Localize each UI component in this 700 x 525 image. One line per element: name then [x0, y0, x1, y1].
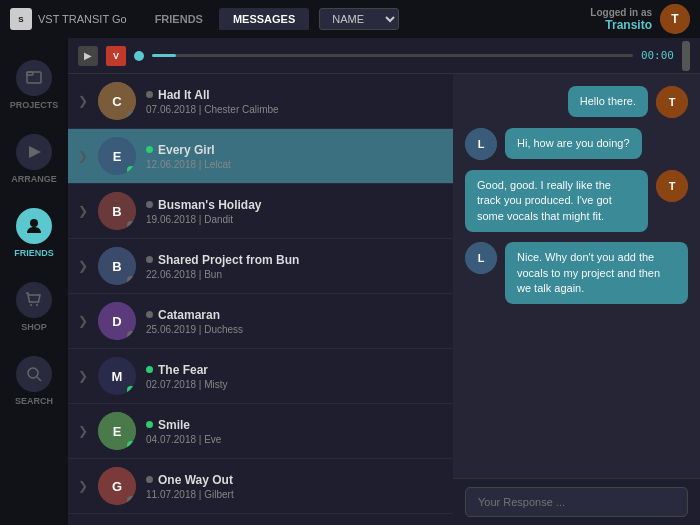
tab-friends[interactable]: FRIENDS	[141, 8, 217, 30]
login-info: Logged in as Transito	[590, 7, 652, 32]
app-name: VST TRANSIT Go	[38, 13, 127, 25]
contact-name-text: Smile	[158, 418, 190, 432]
svg-point-3	[30, 219, 38, 227]
contact-item[interactable]: ❯ E Every Girl 12.06.2018 | Lelcat	[68, 129, 453, 184]
contact-item[interactable]: ❯ G One Way Out 11.07.2018 | Gilbert	[68, 459, 453, 514]
message-avatar: T	[656, 86, 688, 118]
contact-item[interactable]: ❯ M The Fear 02.07.2018 | Misty	[68, 349, 453, 404]
chat-input-area	[453, 478, 700, 525]
projects-label: PROJECTS	[10, 100, 59, 110]
name-dot	[146, 476, 153, 483]
main-layout: PROJECTS ARRANGE FRIENDS	[0, 38, 700, 525]
name-dot	[146, 146, 153, 153]
sidebar-nav: PROJECTS ARRANGE FRIENDS	[0, 38, 68, 525]
search-icon	[16, 356, 52, 392]
name-dot	[146, 256, 153, 263]
contact-name-text: The Fear	[158, 363, 208, 377]
user-avatar-top: T	[660, 4, 690, 34]
contact-info: Catamaran 25.06.2019 | Duchess	[146, 308, 443, 335]
contact-name: The Fear	[146, 363, 443, 377]
contact-item[interactable]: ❯ B Shared Project from Bun 22.06.2018 |…	[68, 239, 453, 294]
time-display: 00:00	[641, 49, 674, 62]
contact-avatar: B	[98, 192, 136, 230]
status-dot	[127, 331, 135, 339]
sort-dropdown[interactable]: NAME DATE STATUS	[319, 8, 399, 30]
contact-date: 25.06.2019 | Duchess	[146, 324, 443, 335]
audio-play-button[interactable]: ▶	[78, 46, 98, 66]
progress-track[interactable]	[152, 54, 633, 57]
contact-date: 22.06.2018 | Bun	[146, 269, 443, 280]
projects-icon	[16, 60, 52, 96]
contact-name: Had It All	[146, 88, 443, 102]
message-avatar: T	[656, 170, 688, 202]
logo-area: S VST TRANSIT Go	[10, 8, 127, 30]
contact-date: 02.07.2018 | Misty	[146, 379, 443, 390]
svg-point-4	[30, 304, 32, 306]
contact-chevron: ❯	[78, 369, 88, 383]
shop-label: SHOP	[21, 322, 47, 332]
message-bubble: Nice. Why don't you add the vocals to my…	[505, 242, 688, 304]
tab-messages[interactable]: MESSAGES	[219, 8, 309, 30]
progress-dot	[134, 51, 144, 61]
shop-icon	[16, 282, 52, 318]
contact-chevron: ❯	[78, 94, 88, 108]
contact-chevron: ❯	[78, 479, 88, 493]
contact-name-text: One Way Out	[158, 473, 233, 487]
contact-name-text: Had It All	[158, 88, 210, 102]
svg-marker-2	[29, 146, 41, 158]
contacts-list: ❯ C Had It All 07.06.2018 | Chester Cali…	[68, 74, 453, 525]
contact-name-text: Catamaran	[158, 308, 220, 322]
contact-avatar: G	[98, 467, 136, 505]
content-area: ▶ V 00:00 ❯ C Had It All 07.06.2018 | Ch…	[68, 38, 700, 525]
status-dot	[127, 276, 135, 284]
arrange-icon	[16, 134, 52, 170]
contact-date: 12.06.2018 | Lelcat	[146, 159, 443, 170]
contact-avatar: C	[98, 82, 136, 120]
contact-avatar: D	[98, 302, 136, 340]
contact-item[interactable]: ❯ D Catamaran 25.06.2019 | Duchess	[68, 294, 453, 349]
sidebar-item-shop[interactable]: SHOP	[0, 270, 68, 344]
contact-chevron: ❯	[78, 424, 88, 438]
contact-item[interactable]: ❯ E Smile 04.07.2018 | Eve	[68, 404, 453, 459]
contact-info: Busman's Holiday 19.06.2018 | Dandit	[146, 198, 443, 225]
contact-info: The Fear 02.07.2018 | Misty	[146, 363, 443, 390]
contact-name: Shared Project from Bun	[146, 253, 443, 267]
contact-chevron: ❯	[78, 149, 88, 163]
contact-date: 04.07.2018 | Eve	[146, 434, 443, 445]
vst-logo: V	[106, 46, 126, 66]
contact-info: Smile 04.07.2018 | Eve	[146, 418, 443, 445]
contact-info: One Way Out 11.07.2018 | Gilbert	[146, 473, 443, 500]
name-dot	[146, 311, 153, 318]
contact-item[interactable]: ❯ C Had It All 07.06.2018 | Chester Cali…	[68, 74, 453, 129]
contact-name: Busman's Holiday	[146, 198, 443, 212]
contact-info: Every Girl 12.06.2018 | Lelcat	[146, 143, 443, 170]
sidebar-item-projects[interactable]: PROJECTS	[0, 48, 68, 122]
contact-avatar: M	[98, 357, 136, 395]
contact-item[interactable]: ❯ B Busman's Holiday 19.06.2018 | Dandit	[68, 184, 453, 239]
status-dot	[127, 166, 135, 174]
message-avatar: L	[465, 242, 497, 274]
contact-name: One Way Out	[146, 473, 443, 487]
contact-name: Every Girl	[146, 143, 443, 157]
search-label: SEARCH	[15, 396, 53, 406]
name-dot	[146, 201, 153, 208]
chat-input[interactable]	[465, 487, 688, 517]
contact-name-text: Busman's Holiday	[158, 198, 262, 212]
message-row: L Hi, how are you doing?	[465, 128, 688, 160]
contact-info: Shared Project from Bun 22.06.2018 | Bun	[146, 253, 443, 280]
sidebar-item-friends[interactable]: FRIENDS	[0, 196, 68, 270]
status-dot	[127, 111, 135, 119]
sidebar-item-search[interactable]: SEARCH	[0, 344, 68, 418]
svg-rect-0	[27, 72, 41, 83]
status-dot	[127, 386, 135, 394]
message-row: T Hello there.	[465, 86, 688, 118]
friends-label: FRIENDS	[14, 248, 54, 258]
contact-date: 07.06.2018 | Chester Calimbe	[146, 104, 443, 115]
contact-avatar: E	[98, 137, 136, 175]
sidebar-item-arrange[interactable]: ARRANGE	[0, 122, 68, 196]
chat-messages: T Hello there. L Hi, how are you doing? …	[453, 74, 700, 478]
contact-chevron: ❯	[78, 204, 88, 218]
svg-line-7	[37, 377, 41, 381]
scroll-handle[interactable]	[682, 41, 690, 71]
message-bubble: Hi, how are you doing?	[505, 128, 642, 159]
